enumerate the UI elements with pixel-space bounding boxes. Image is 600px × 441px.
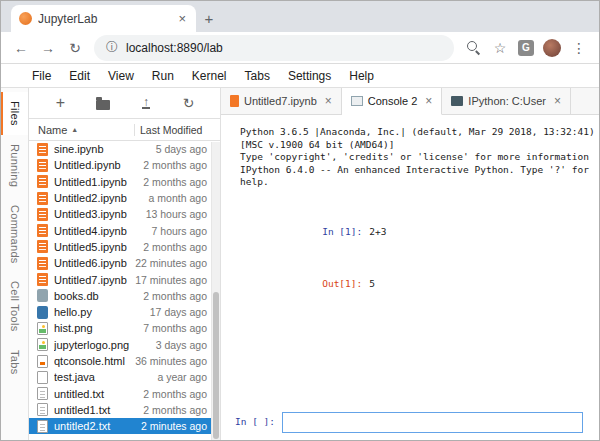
plus-icon: + (56, 94, 65, 112)
sidebar-tab-label: Files (9, 101, 21, 126)
sidebar-tab-label: Cell Tools (9, 281, 21, 332)
in-prompt: In [1]: (322, 226, 362, 237)
file-row[interactable]: untitled1.txt2 months ago (29, 402, 220, 418)
upload-button[interactable]: ↑ (135, 92, 157, 114)
file-name: sine.ipynb (54, 143, 134, 155)
html-file-icon (37, 355, 48, 368)
profile-avatar[interactable] (543, 39, 561, 57)
file-row[interactable]: Untitled4.ipynb7 hours ago (29, 222, 220, 238)
file-modified: 2 months ago (134, 404, 220, 416)
close-icon[interactable]: × (325, 94, 332, 108)
modified-column-header[interactable]: Last Modified (134, 124, 220, 136)
browser-tab-title: JupyterLab (38, 12, 170, 26)
notebook-file-icon (37, 240, 48, 253)
bookmark-star-icon[interactable]: ☆ (488, 36, 512, 60)
file-modified: 7 months ago (134, 322, 220, 334)
menu-run[interactable]: Run (143, 69, 183, 83)
file-row[interactable]: Untitled.ipynb2 months ago (29, 157, 220, 173)
sidebar-tab-running[interactable]: Running (1, 135, 28, 196)
menu-tabs[interactable]: Tabs (236, 69, 279, 83)
file-name: Untitled4.ipynb (54, 225, 134, 237)
console-prompt-row: In [ ]: (235, 412, 583, 433)
menu-help[interactable]: Help (340, 69, 383, 83)
file-modified: 17 minutes ago (134, 274, 220, 286)
address-bar[interactable]: ⓘ localhost:8890/lab (94, 35, 454, 61)
file-name: untitled.txt (54, 388, 134, 400)
file-name: Untitled3.ipynb (54, 208, 134, 220)
file-row-selected[interactable]: untitled2.txt2 minutes ago (29, 418, 220, 434)
browser-tab[interactable]: JupyterLab × (11, 5, 196, 32)
console-banner-line: Type 'copyright', 'credits' or 'license'… (240, 151, 593, 164)
new-tab-button[interactable]: + (196, 5, 222, 31)
file-row[interactable]: hist.png7 months ago (29, 320, 220, 336)
file-list-scrollbar[interactable] (211, 142, 220, 441)
text-file-icon (37, 403, 48, 416)
url-text: localhost:8890/lab (126, 41, 223, 55)
file-row[interactable]: Untitled1.ipynb2 months ago (29, 174, 220, 190)
browser-menu-icon[interactable]: ⋮ (567, 36, 591, 60)
image-file-icon (37, 322, 48, 335)
tab-console-2[interactable]: Console 2 × (342, 88, 443, 115)
file-row[interactable]: Untitled3.ipynb13 hours ago (29, 206, 220, 222)
close-tab-icon[interactable]: × (176, 11, 188, 26)
tab-label: Console 2 (368, 95, 418, 107)
file-row[interactable]: jupyterlogo.png3 days ago (29, 337, 220, 353)
out-value: 5 (369, 278, 375, 289)
notebook-file-icon (37, 273, 48, 286)
notebook-file-icon (37, 192, 48, 205)
menu-kernel[interactable]: Kernel (183, 69, 236, 83)
main-dock-panel: Untitled7.ipynb × Console 2 × IPython: C… (221, 88, 599, 441)
forward-button[interactable]: → (36, 36, 60, 60)
sidebar-tab-files[interactable]: Files (1, 92, 28, 135)
file-modified: 2 months ago (134, 241, 220, 253)
name-column-header[interactable]: Name ▲ (29, 124, 134, 136)
file-name: Untitled7.ipynb (54, 274, 134, 286)
database-file-icon (37, 289, 48, 302)
sidebar-tab-commands[interactable]: Commands (1, 196, 28, 273)
notebook-file-icon (37, 175, 48, 188)
page-info-icon[interactable]: ⓘ (106, 39, 118, 56)
refresh-button[interactable]: ↻ (63, 36, 87, 60)
scrollbar-thumb[interactable] (213, 292, 219, 439)
tab-ipython-terminal[interactable]: IPython: C:User × (442, 88, 571, 115)
file-name: Untitled6.ipynb (54, 257, 134, 269)
notebook-icon (230, 95, 239, 107)
file-row[interactable]: sine.ipynb5 days ago (29, 141, 220, 157)
search-icon[interactable] (461, 36, 485, 60)
file-name: Untitled2.ipynb (54, 192, 134, 204)
file-row[interactable]: Untitled2.ipynba month ago (29, 190, 220, 206)
menu-view[interactable]: View (99, 69, 143, 83)
sidebar-tab-cell-tools[interactable]: Cell Tools (1, 272, 28, 341)
close-icon[interactable]: × (425, 94, 432, 108)
file-row[interactable]: Untitled6.ipynb22 minutes ago (29, 255, 220, 271)
console-input-cell: In [1]:2+3 (265, 214, 593, 252)
upload-icon: ↑ (142, 97, 150, 109)
menu-settings[interactable]: Settings (279, 69, 340, 83)
notebook-file-icon (37, 159, 48, 172)
file-list: sine.ipynb5 days ago Untitled.ipynb2 mon… (29, 141, 220, 441)
sidebar-tab-tabs[interactable]: Tabs (1, 341, 28, 383)
file-row[interactable]: untitled.txt2 months ago (29, 385, 220, 401)
file-modified: 2 months ago (134, 159, 220, 171)
menu-edit[interactable]: Edit (60, 69, 99, 83)
file-row[interactable]: books.db2 months ago (29, 288, 220, 304)
file-row[interactable]: Untitled7.ipynb17 minutes ago (29, 271, 220, 287)
file-name: untitled2.txt (54, 420, 134, 432)
back-button[interactable]: ← (9, 36, 33, 60)
file-row[interactable]: Untitled5.ipynb2 months ago (29, 239, 220, 255)
close-icon[interactable]: × (554, 94, 561, 108)
console-code-input[interactable] (282, 412, 583, 433)
browser-tab-strip: JupyterLab × + (1, 1, 599, 32)
new-folder-button[interactable] (92, 92, 114, 114)
extension-g-badge[interactable]: G (518, 40, 534, 56)
browser-toolbar: ← → ↻ ⓘ localhost:8890/lab ☆ G ⋮ (1, 32, 599, 64)
file-row[interactable]: qtconsole.html36 minutes ago (29, 353, 220, 369)
menu-file[interactable]: File (23, 69, 60, 83)
refresh-file-list-button[interactable]: ↻ (178, 92, 200, 114)
file-row[interactable]: test.javaa year ago (29, 369, 220, 385)
new-launcher-button[interactable]: + (49, 92, 71, 114)
console-panel[interactable]: Python 3.6.5 |Anaconda, Inc.| (default, … (221, 115, 599, 441)
file-row[interactable]: hello.py17 days ago (29, 304, 220, 320)
text-file-icon (37, 387, 48, 400)
tab-untitled7-notebook[interactable]: Untitled7.ipynb × (221, 88, 342, 115)
